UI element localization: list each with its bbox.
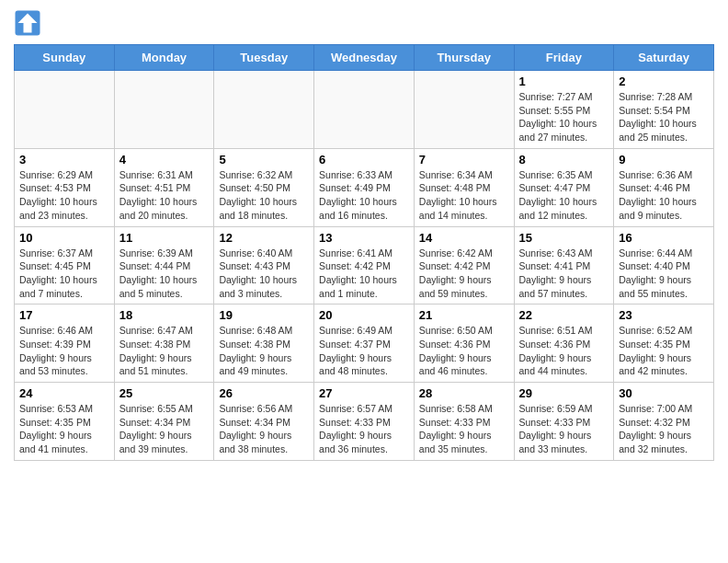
header bbox=[14, 9, 714, 37]
day-info: Sunrise: 6:32 AM Sunset: 4:50 PM Dayligh… bbox=[219, 168, 309, 223]
day-info: Sunrise: 6:29 AM Sunset: 4:53 PM Dayligh… bbox=[19, 168, 109, 223]
day-number: 4 bbox=[119, 153, 210, 167]
calendar-cell: 10Sunrise: 6:37 AM Sunset: 4:45 PM Dayli… bbox=[15, 226, 115, 304]
weekday-header: Friday bbox=[514, 45, 614, 71]
day-info: Sunrise: 6:42 AM Sunset: 4:42 PM Dayligh… bbox=[419, 247, 509, 301]
day-info: Sunrise: 6:35 AM Sunset: 4:47 PM Dayligh… bbox=[519, 168, 609, 223]
calendar-cell: 29Sunrise: 6:59 AM Sunset: 4:33 PM Dayli… bbox=[514, 383, 614, 461]
day-info: Sunrise: 6:46 AM Sunset: 4:39 PM Dayligh… bbox=[19, 324, 109, 378]
day-info: Sunrise: 6:36 AM Sunset: 4:46 PM Dayligh… bbox=[619, 168, 709, 223]
day-info: Sunrise: 6:59 AM Sunset: 4:33 PM Dayligh… bbox=[519, 402, 609, 456]
day-info: Sunrise: 6:41 AM Sunset: 4:42 PM Dayligh… bbox=[319, 247, 409, 301]
calendar-cell: 11Sunrise: 6:39 AM Sunset: 4:44 PM Dayli… bbox=[114, 226, 214, 304]
day-number: 2 bbox=[619, 75, 709, 88]
day-number: 16 bbox=[619, 231, 709, 245]
weekday-header: Tuesday bbox=[214, 45, 314, 71]
calendar-cell: 20Sunrise: 6:49 AM Sunset: 4:37 PM Dayli… bbox=[314, 304, 415, 383]
calendar: SundayMondayTuesdayWednesdayThursdayFrid… bbox=[14, 44, 714, 461]
day-number: 18 bbox=[119, 308, 210, 322]
day-info: Sunrise: 6:43 AM Sunset: 4:41 PM Dayligh… bbox=[519, 247, 609, 301]
day-number: 17 bbox=[19, 308, 109, 322]
calendar-cell bbox=[214, 71, 314, 149]
calendar-cell: 19Sunrise: 6:48 AM Sunset: 4:38 PM Dayli… bbox=[214, 304, 314, 383]
calendar-cell: 17Sunrise: 6:46 AM Sunset: 4:39 PM Dayli… bbox=[15, 304, 115, 383]
day-number: 12 bbox=[219, 231, 309, 245]
calendar-cell: 14Sunrise: 6:42 AM Sunset: 4:42 PM Dayli… bbox=[414, 226, 514, 304]
day-info: Sunrise: 7:28 AM Sunset: 5:54 PM Dayligh… bbox=[619, 90, 709, 144]
logo-icon bbox=[14, 9, 41, 37]
day-number: 27 bbox=[319, 386, 409, 400]
calendar-cell: 12Sunrise: 6:40 AM Sunset: 4:43 PM Dayli… bbox=[214, 226, 314, 304]
calendar-week-row: 3Sunrise: 6:29 AM Sunset: 4:53 PM Daylig… bbox=[15, 148, 714, 226]
calendar-cell bbox=[414, 71, 514, 149]
day-info: Sunrise: 6:53 AM Sunset: 4:35 PM Dayligh… bbox=[19, 402, 109, 456]
weekday-header: Sunday bbox=[15, 45, 115, 71]
calendar-cell: 4Sunrise: 6:31 AM Sunset: 4:51 PM Daylig… bbox=[114, 148, 214, 226]
day-info: Sunrise: 6:57 AM Sunset: 4:33 PM Dayligh… bbox=[319, 402, 409, 456]
logo bbox=[14, 9, 45, 37]
page: SundayMondayTuesdayWednesdayThursdayFrid… bbox=[0, 0, 728, 470]
day-number: 20 bbox=[319, 308, 409, 322]
calendar-cell: 22Sunrise: 6:51 AM Sunset: 4:36 PM Dayli… bbox=[514, 304, 614, 383]
day-info: Sunrise: 6:40 AM Sunset: 4:43 PM Dayligh… bbox=[219, 247, 309, 301]
calendar-week-row: 10Sunrise: 6:37 AM Sunset: 4:45 PM Dayli… bbox=[15, 226, 714, 304]
calendar-cell: 9Sunrise: 6:36 AM Sunset: 4:46 PM Daylig… bbox=[614, 148, 714, 226]
weekday-header-row: SundayMondayTuesdayWednesdayThursdayFrid… bbox=[15, 45, 714, 71]
day-info: Sunrise: 6:37 AM Sunset: 4:45 PM Dayligh… bbox=[19, 247, 109, 301]
day-number: 22 bbox=[519, 308, 609, 322]
calendar-cell bbox=[114, 71, 214, 149]
calendar-cell: 21Sunrise: 6:50 AM Sunset: 4:36 PM Dayli… bbox=[414, 304, 514, 383]
day-number: 29 bbox=[519, 386, 609, 400]
calendar-cell: 30Sunrise: 7:00 AM Sunset: 4:32 PM Dayli… bbox=[614, 383, 714, 461]
day-info: Sunrise: 7:27 AM Sunset: 5:55 PM Dayligh… bbox=[519, 90, 609, 144]
day-number: 13 bbox=[319, 231, 409, 245]
calendar-cell bbox=[15, 71, 115, 149]
day-info: Sunrise: 6:44 AM Sunset: 4:40 PM Dayligh… bbox=[619, 247, 709, 301]
day-number: 6 bbox=[319, 153, 409, 167]
day-info: Sunrise: 6:51 AM Sunset: 4:36 PM Dayligh… bbox=[519, 324, 609, 378]
day-number: 19 bbox=[219, 308, 309, 322]
day-number: 11 bbox=[119, 231, 210, 245]
day-info: Sunrise: 6:55 AM Sunset: 4:34 PM Dayligh… bbox=[119, 402, 210, 456]
calendar-cell: 7Sunrise: 6:34 AM Sunset: 4:48 PM Daylig… bbox=[414, 148, 514, 226]
day-number: 3 bbox=[19, 153, 109, 167]
day-number: 21 bbox=[419, 308, 509, 322]
day-number: 28 bbox=[419, 386, 509, 400]
day-info: Sunrise: 6:47 AM Sunset: 4:38 PM Dayligh… bbox=[119, 324, 210, 378]
day-number: 7 bbox=[419, 153, 509, 167]
day-info: Sunrise: 6:56 AM Sunset: 4:34 PM Dayligh… bbox=[219, 402, 309, 456]
calendar-cell: 16Sunrise: 6:44 AM Sunset: 4:40 PM Dayli… bbox=[614, 226, 714, 304]
day-info: Sunrise: 6:58 AM Sunset: 4:33 PM Dayligh… bbox=[419, 402, 509, 456]
day-number: 8 bbox=[519, 153, 609, 167]
calendar-cell: 6Sunrise: 6:33 AM Sunset: 4:49 PM Daylig… bbox=[314, 148, 415, 226]
day-info: Sunrise: 6:33 AM Sunset: 4:49 PM Dayligh… bbox=[319, 168, 409, 223]
day-number: 23 bbox=[619, 308, 709, 322]
calendar-cell: 3Sunrise: 6:29 AM Sunset: 4:53 PM Daylig… bbox=[15, 148, 115, 226]
day-number: 15 bbox=[519, 231, 609, 245]
weekday-header: Monday bbox=[114, 45, 214, 71]
day-number: 10 bbox=[19, 231, 109, 245]
day-info: Sunrise: 6:49 AM Sunset: 4:37 PM Dayligh… bbox=[319, 324, 409, 378]
day-info: Sunrise: 6:48 AM Sunset: 4:38 PM Dayligh… bbox=[219, 324, 309, 378]
calendar-cell: 18Sunrise: 6:47 AM Sunset: 4:38 PM Dayli… bbox=[114, 304, 214, 383]
weekday-header: Saturday bbox=[614, 45, 714, 71]
calendar-cell: 27Sunrise: 6:57 AM Sunset: 4:33 PM Dayli… bbox=[314, 383, 415, 461]
day-info: Sunrise: 6:50 AM Sunset: 4:36 PM Dayligh… bbox=[419, 324, 509, 378]
calendar-cell: 15Sunrise: 6:43 AM Sunset: 4:41 PM Dayli… bbox=[514, 226, 614, 304]
calendar-cell: 28Sunrise: 6:58 AM Sunset: 4:33 PM Dayli… bbox=[414, 383, 514, 461]
day-info: Sunrise: 6:52 AM Sunset: 4:35 PM Dayligh… bbox=[619, 324, 709, 378]
calendar-cell: 25Sunrise: 6:55 AM Sunset: 4:34 PM Dayli… bbox=[114, 383, 214, 461]
day-number: 9 bbox=[619, 153, 709, 167]
calendar-cell: 1Sunrise: 7:27 AM Sunset: 5:55 PM Daylig… bbox=[514, 71, 614, 149]
calendar-week-row: 17Sunrise: 6:46 AM Sunset: 4:39 PM Dayli… bbox=[15, 304, 714, 383]
calendar-cell: 13Sunrise: 6:41 AM Sunset: 4:42 PM Dayli… bbox=[314, 226, 415, 304]
day-info: Sunrise: 6:31 AM Sunset: 4:51 PM Dayligh… bbox=[119, 168, 210, 223]
calendar-week-row: 1Sunrise: 7:27 AM Sunset: 5:55 PM Daylig… bbox=[15, 71, 714, 149]
day-number: 5 bbox=[219, 153, 309, 167]
calendar-cell bbox=[314, 71, 415, 149]
calendar-cell: 26Sunrise: 6:56 AM Sunset: 4:34 PM Dayli… bbox=[214, 383, 314, 461]
day-number: 30 bbox=[619, 386, 709, 400]
day-info: Sunrise: 7:00 AM Sunset: 4:32 PM Dayligh… bbox=[619, 402, 709, 456]
day-number: 24 bbox=[19, 386, 109, 400]
day-number: 26 bbox=[219, 386, 309, 400]
